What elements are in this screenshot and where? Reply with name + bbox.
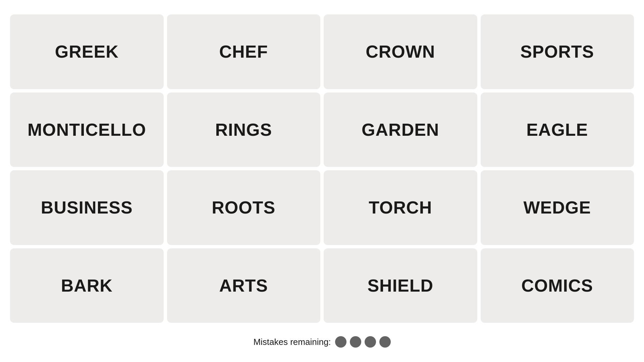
cell-label-shield: SHIELD — [367, 276, 433, 296]
cell-label-sports: SPORTS — [520, 42, 594, 62]
cell-label-crown: CROWN — [366, 42, 435, 62]
mistake-dot-2 — [350, 336, 361, 348]
cell-label-arts: ARTS — [219, 276, 268, 296]
mistakes-label: Mistakes remaining: — [253, 337, 331, 347]
mistake-dot-3 — [365, 336, 376, 348]
grid-cell-comics[interactable]: COMICS — [481, 248, 634, 323]
mistake-dot-1 — [335, 336, 346, 348]
grid-cell-crown[interactable]: CROWN — [324, 14, 477, 89]
cell-label-greek: GREEK — [55, 42, 119, 62]
grid-cell-greek[interactable]: GREEK — [10, 14, 164, 89]
grid-cell-chef[interactable]: CHEF — [167, 14, 321, 89]
cell-label-business: BUSINESS — [41, 197, 133, 218]
grid-cell-rings[interactable]: RINGS — [167, 93, 321, 167]
grid-cell-shield[interactable]: SHIELD — [324, 248, 477, 323]
cell-label-roots: ROOTS — [212, 197, 275, 218]
mistakes-dots — [335, 336, 391, 348]
grid-cell-wedge[interactable]: WEDGE — [481, 170, 634, 245]
grid-cell-sports[interactable]: SPORTS — [481, 14, 634, 89]
grid-cell-roots[interactable]: ROOTS — [167, 170, 321, 245]
cell-label-bark: BARK — [61, 276, 113, 296]
grid-cell-monticello[interactable]: MONTICELLO — [10, 93, 164, 167]
cell-label-chef: CHEF — [219, 42, 268, 62]
grid-cell-eagle[interactable]: EAGLE — [481, 93, 634, 167]
grid-cell-arts[interactable]: ARTS — [167, 248, 321, 323]
grid-cell-torch[interactable]: TORCH — [324, 170, 477, 245]
cell-label-wedge: WEDGE — [524, 197, 591, 218]
mistakes-section: Mistakes remaining: — [253, 336, 390, 348]
grid-cell-garden[interactable]: GARDEN — [324, 93, 477, 167]
grid-cell-business[interactable]: BUSINESS — [10, 170, 164, 245]
cell-label-garden: GARDEN — [362, 120, 439, 140]
cell-label-monticello: MONTICELLO — [28, 120, 146, 140]
grid-cell-bark[interactable]: BARK — [10, 248, 164, 323]
cell-label-eagle: EAGLE — [526, 120, 588, 140]
mistake-dot-4 — [379, 336, 391, 348]
cell-label-comics: COMICS — [521, 276, 593, 296]
word-grid: GREEKCHEFCROWNSPORTSMONTICELLORINGSGARDE… — [10, 14, 634, 323]
cell-label-torch: TORCH — [369, 197, 432, 218]
cell-label-rings: RINGS — [215, 120, 272, 140]
